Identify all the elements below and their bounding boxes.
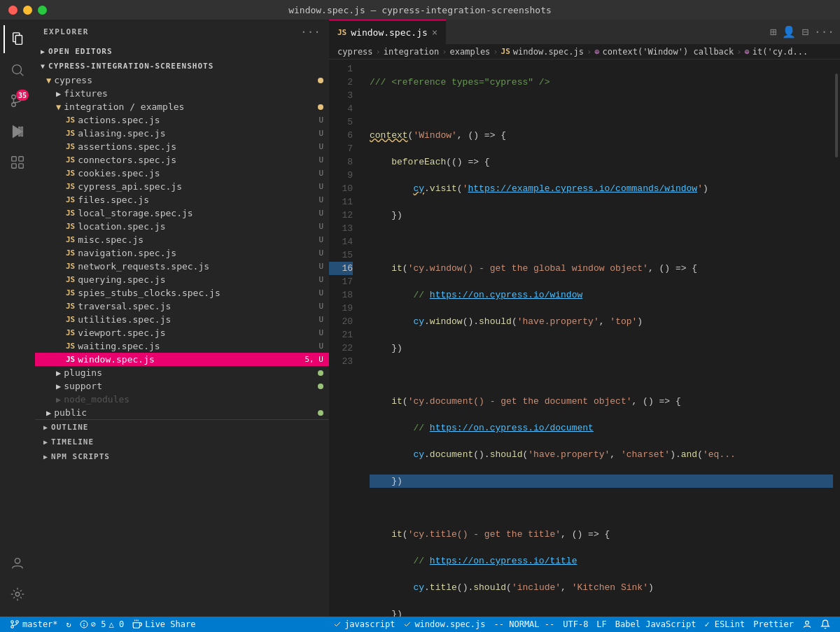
- scrollbar-thumb[interactable]: [835, 73, 838, 157]
- folder-cypress[interactable]: ▼ cypress: [35, 73, 329, 87]
- person-icon-item[interactable]: [798, 619, 816, 629]
- scrollbar-track[interactable]: [833, 59, 840, 617]
- maximize-button[interactable]: [38, 6, 47, 15]
- folder-node-modules[interactable]: ▶ node_modules: [35, 393, 329, 406]
- prettier-item[interactable]: Prettier: [749, 619, 798, 629]
- code-line-20: cy.title().should('include', 'Kitchen Si…: [370, 581, 833, 594]
- settings-icon[interactable]: [4, 580, 31, 608]
- file-querying[interactable]: JS querying.spec.js U: [35, 273, 329, 286]
- file-local-storage[interactable]: JS local_storage.spec.js U: [35, 206, 329, 220]
- window-title: window.spec.js — cypress-integration-scr…: [288, 5, 552, 15]
- file-files[interactable]: JS files.spec.js U: [35, 193, 329, 206]
- file-assertions[interactable]: JS assertions.spec.js U: [35, 140, 329, 153]
- file-utilities-badge: U: [318, 315, 323, 324]
- file-location[interactable]: JS location.spec.js U: [35, 220, 329, 233]
- file-navigation[interactable]: JS navigation.spec.js U: [35, 246, 329, 260]
- filename-item[interactable]: window.spec.js: [399, 619, 489, 629]
- file-cookies[interactable]: JS cookies.spec.js U: [35, 167, 329, 180]
- project-name-label: Cypress-Integration-Screenshots: [48, 62, 214, 71]
- line-num-6: 6: [329, 129, 353, 142]
- line-num-15: 15: [329, 248, 353, 262]
- layout-icon[interactable]: ⊟: [802, 25, 808, 38]
- vim-mode-item[interactable]: -- NORMAL --: [490, 619, 559, 629]
- line-num-10: 10: [329, 182, 353, 195]
- status-right: javascript window.spec.js -- NORMAL -- U…: [329, 619, 834, 629]
- outline-label: Outline: [51, 423, 88, 432]
- errors-item[interactable]: ⊘ 5 △ 0: [76, 617, 128, 632]
- file-viewport[interactable]: JS viewport.spec.js U: [35, 326, 329, 339]
- timeline-section[interactable]: ▶ Timeline: [35, 435, 329, 449]
- file-connectors[interactable]: JS connectors.spec.js U: [35, 153, 329, 167]
- split-editor-icon[interactable]: ⊞: [770, 25, 777, 38]
- project-chevron: ▼: [41, 62, 46, 70]
- folder-public[interactable]: ▶ public: [35, 406, 329, 419]
- close-button[interactable]: [8, 6, 18, 15]
- tab-window-spec[interactable]: JS window.spec.js ×: [329, 20, 446, 44]
- file-network-requests[interactable]: JS network_requests.spec.js U: [35, 260, 329, 273]
- file-connectors-label: connectors.spec.js: [78, 155, 318, 165]
- file-spies-badge: U: [318, 288, 323, 297]
- eslint-item[interactable]: ✓ ESLint: [700, 619, 749, 629]
- breadcrumb-it[interactable]: it('cy.d...: [752, 47, 808, 57]
- file-utilities[interactable]: JS utilities.spec.js U: [35, 313, 329, 326]
- file-aliasing[interactable]: JS aliasing.spec.js U: [35, 127, 329, 140]
- folder-chevron-integration: ▼: [56, 102, 61, 112]
- line-num-16: 16: [329, 262, 353, 275]
- file-misc[interactable]: JS misc.spec.js U: [35, 233, 329, 246]
- account-icon[interactable]: [4, 549, 31, 577]
- code-line-11: }): [370, 342, 833, 355]
- file-misc-badge: U: [318, 235, 323, 244]
- breadcrumb-examples[interactable]: examples: [450, 47, 491, 57]
- breadcrumb-file[interactable]: window.spec.js: [513, 47, 584, 57]
- open-editors-section[interactable]: ▶ Open Editors: [35, 44, 329, 59]
- line-ending-item[interactable]: LF: [592, 619, 610, 629]
- folder-plugins[interactable]: ▶ plugins: [35, 366, 329, 379]
- live-share-icon: [132, 619, 142, 629]
- branch-item[interactable]: master*: [6, 617, 62, 632]
- sync-icon: ↻: [66, 619, 71, 629]
- file-actions[interactable]: JS actions.spec.js U: [35, 113, 329, 127]
- outline-section[interactable]: ▶ Outline: [35, 420, 329, 435]
- check-icon-2: [403, 620, 412, 629]
- language-item[interactable]: javascript: [329, 619, 399, 629]
- file-waiting[interactable]: JS waiting.spec.js U: [35, 339, 329, 353]
- more-actions-icon[interactable]: ···: [814, 25, 834, 38]
- main-layout: 35: [0, 20, 840, 617]
- breadcrumb-integration[interactable]: integration: [384, 47, 439, 57]
- sidebar-content[interactable]: ▶ Open Editors ▼ Cypress-Integration-Scr…: [35, 44, 329, 617]
- file-cypress-api[interactable]: JS cypress_api.spec.js U: [35, 180, 329, 193]
- js-icon-actions: JS: [66, 115, 75, 125]
- sync-item[interactable]: ↻: [62, 617, 76, 632]
- folder-support[interactable]: ▶ support: [35, 379, 329, 393]
- encoding-item[interactable]: UTF-8: [559, 619, 592, 629]
- file-traversal[interactable]: JS traversal.spec.js U: [35, 300, 329, 313]
- project-root-section[interactable]: ▼ Cypress-Integration-Screenshots: [35, 59, 329, 73]
- code-line-7: [370, 235, 833, 248]
- minimize-button[interactable]: [23, 6, 32, 15]
- js-icon-network-requests: JS: [66, 262, 75, 271]
- folder-integration[interactable]: ▼ integration / examples: [35, 100, 329, 113]
- language-mode-item[interactable]: Babel JavaScript: [611, 619, 701, 629]
- file-location-label: location.spec.js: [78, 221, 318, 232]
- bell-item[interactable]: [816, 619, 834, 629]
- npm-scripts-section[interactable]: ▶ NPM Scripts: [35, 449, 329, 464]
- live-share-item[interactable]: Live Share: [128, 617, 200, 632]
- code-content[interactable]: /// <reference types="cypress" /> contex…: [364, 59, 833, 617]
- run-icon[interactable]: [4, 118, 31, 146]
- file-spies[interactable]: JS spies_stubs_clocks.spec.js U: [35, 286, 329, 300]
- eslint-label: ✓ ESLint: [704, 619, 745, 629]
- sidebar-menu-icon[interactable]: ···: [300, 25, 321, 38]
- tab-close-button[interactable]: ×: [432, 27, 438, 38]
- source-control-icon[interactable]: 35: [4, 87, 31, 115]
- breadcrumb-context[interactable]: context('Window') callback: [602, 47, 734, 57]
- folder-fixtures[interactable]: ▶ fixtures: [35, 87, 329, 100]
- line-num-17: 17: [329, 275, 353, 288]
- extensions-icon[interactable]: [4, 148, 31, 176]
- file-waiting-badge: U: [318, 342, 323, 351]
- search-icon[interactable]: [4, 56, 31, 84]
- breadcrumb-cypress[interactable]: cypress: [337, 47, 373, 57]
- file-window[interactable]: JS window.spec.js 5, U: [35, 353, 329, 366]
- editor-actions: ⊞ 👤 ⊟ ···: [764, 20, 840, 44]
- user-avatar-icon[interactable]: 👤: [782, 25, 796, 38]
- files-icon[interactable]: [4, 25, 31, 53]
